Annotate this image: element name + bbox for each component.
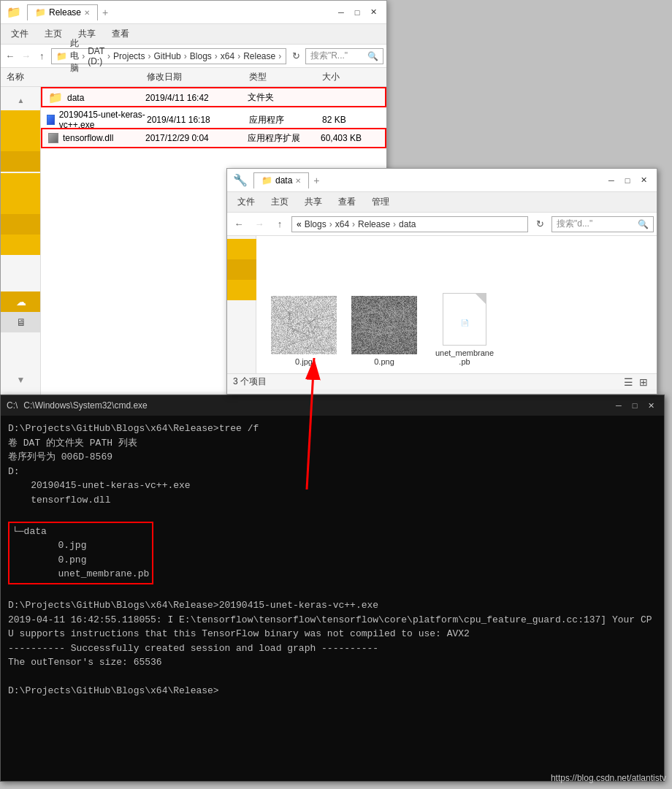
cmd-controls: ─ □ ✕ — [611, 398, 658, 413]
data-content-area: 0.jpg 0.png 📄 unet_membrane.pb — [227, 236, 657, 373]
data-up-btn[interactable]: ↑ — [271, 216, 289, 233]
cmd-maximize-btn[interactable]: □ — [627, 398, 642, 413]
refresh-btn[interactable]: ↻ — [289, 47, 302, 65]
data-path-release[interactable]: Release — [358, 219, 390, 229]
cmd-minimize-btn[interactable]: ─ — [611, 398, 626, 413]
file-thumb-png[interactable]: 0.png — [351, 296, 417, 366]
file-name-cell: 📁 data — [48, 91, 145, 104]
data-addressbar: ← → ↑ « Blogs › x64 › Release › data ↻ 搜… — [227, 213, 657, 236]
data-back-btn[interactable]: ← — [230, 216, 248, 233]
jpg-preview — [271, 296, 337, 354]
table-row[interactable]: 20190415-unet-keras-vc++.exe 2019/4/11 1… — [41, 107, 386, 128]
cmd-close-btn[interactable]: ✕ — [644, 398, 658, 413]
path-projects[interactable]: Projects — [113, 51, 145, 61]
data-search-placeholder: 搜索"d..." — [557, 218, 635, 230]
tab-close-icon[interactable]: ✕ — [84, 9, 90, 17]
address-path[interactable]: 📁 此电脑 › DAT (D:) › Projects › GitHub › B… — [51, 48, 286, 64]
col-date[interactable]: 修改日期 — [147, 71, 249, 83]
path-blogs[interactable]: Blogs — [190, 51, 212, 61]
sidebar-item-4[interactable] — [1, 173, 41, 194]
sidebar-cloud[interactable]: ☁ — [1, 291, 41, 312]
data-menu-manage[interactable]: 管理 — [364, 193, 397, 211]
sidebar-item-5[interactable] — [1, 194, 41, 214]
data-sidebar-item-2[interactable] — [227, 259, 256, 280]
up-btn[interactable]: ↑ — [35, 47, 48, 65]
maximize-btn[interactable]: □ — [350, 5, 364, 20]
path-github[interactable]: GitHub — [153, 51, 180, 61]
path-x64[interactable]: x64 — [221, 51, 234, 61]
file-date: 2019/4/11 16:42 — [145, 93, 248, 103]
sidebar-expand[interactable]: ▲ — [1, 90, 41, 110]
view-grid-btn[interactable]: ⊞ — [636, 376, 651, 388]
tab-folder-icon: 📁 — [35, 7, 46, 18]
release-tab-label: Release — [49, 7, 81, 18]
data-menu-view[interactable]: 查看 — [331, 193, 363, 211]
path-release[interactable]: Release — [243, 51, 275, 61]
path-dat[interactable]: DAT (D:) — [88, 46, 104, 66]
file-thumb-pb[interactable]: 📄 unet_membrane.pb — [432, 293, 497, 366]
sidebar-computer[interactable]: 🖥 — [1, 312, 41, 332]
sidebar-bottom-arrow[interactable]: ▼ — [1, 375, 41, 385]
cmd-line-1: D:\Projects\GitHub\Blogs\x64\Release>tre… — [8, 422, 657, 436]
menu-view[interactable]: 查看 — [104, 25, 137, 43]
forward-btn[interactable]: → — [20, 47, 33, 65]
search-box[interactable]: 搜索"R..." 🔍 — [305, 48, 383, 64]
data-tab-close[interactable]: ✕ — [295, 177, 301, 185]
cmd-line-tensor: The outTensor's size: 65536 — [8, 655, 657, 670]
back-btn[interactable]: ← — [4, 47, 17, 65]
data-files-area: 0.jpg 0.png 📄 unet_membrane.pb — [256, 236, 657, 373]
minimize-btn[interactable]: ─ — [334, 5, 348, 20]
table-row[interactable]: tensorflow.dll 2017/12/29 0:04 应用程序扩展 60… — [41, 128, 386, 148]
data-tab-label: data — [275, 175, 292, 186]
release-titlebar: 📁 📁 Release ✕ + ─ □ ✕ — [1, 1, 386, 24]
data-minimize-btn[interactable]: ─ — [604, 173, 619, 188]
data-close-btn[interactable]: ✕ — [636, 173, 651, 188]
cmd-window: C:\ C:\Windows\System32\cmd.exe ─ □ ✕ D:… — [0, 394, 665, 782]
cmd-line-3: 卷序列号为 006D-8569 — [8, 450, 657, 465]
data-sidebar-strip — [227, 236, 256, 303]
file-date: 2017/12/29 0:04 — [145, 133, 248, 143]
sidebar-item-1[interactable] — [1, 110, 41, 131]
data-path-x64[interactable]: x64 — [335, 219, 349, 229]
data-path-data[interactable]: data — [399, 219, 416, 229]
data-sidebar-item-1[interactable] — [227, 239, 256, 259]
data-search-box[interactable]: 搜索"d..." 🔍 — [551, 216, 654, 232]
data-path-icon: « — [297, 219, 302, 229]
data-menu-home[interactable]: 主页 — [264, 193, 296, 211]
close-btn[interactable]: ✕ — [366, 5, 381, 20]
table-row[interactable]: 📁 data 2019/4/11 16:42 文件夹 — [41, 87, 386, 107]
cmd-line-space — [8, 507, 657, 522]
file-thumb-jpg[interactable]: 0.jpg — [271, 296, 337, 366]
view-list-btn[interactable]: ☰ — [621, 376, 636, 388]
col-type[interactable]: 类型 — [249, 71, 322, 83]
data-path-blogs[interactable]: Blogs — [305, 219, 327, 229]
sidebar-item-3[interactable] — [1, 151, 41, 172]
cmd-line-4: D: — [8, 465, 657, 479]
col-size[interactable]: 大小 — [322, 71, 381, 83]
data-menu-file[interactable]: 文件 — [230, 193, 262, 211]
file-name: 20190415-unet-keras-vc++.exe — [59, 110, 147, 130]
watermark: https://blog.csdn.net/atlantistv — [551, 773, 666, 783]
data-search-icon: 🔍 — [638, 219, 649, 229]
menu-home[interactable]: 主页 — [37, 25, 69, 43]
dll-icon — [48, 133, 58, 143]
data-menu-share[interactable]: 共享 — [297, 193, 329, 211]
sidebar-item-7[interactable] — [1, 235, 41, 255]
sidebar-item-6[interactable] — [1, 214, 41, 235]
cmd-line-tf: 2019-04-11 16:42:55.118055: I E:\tensorf… — [8, 613, 657, 641]
path-computer[interactable]: 此电脑 — [70, 37, 79, 75]
data-refresh-btn[interactable]: ↻ — [531, 216, 549, 233]
new-tab-btn[interactable]: + — [99, 7, 111, 18]
data-tab[interactable]: 📁 data ✕ — [253, 172, 309, 188]
sidebar-item-2[interactable] — [1, 131, 41, 151]
col-name[interactable]: 名称 — [7, 71, 147, 83]
cmd-line-prompt: D:\Projects\GitHub\Blogs\x64\Release> — [8, 684, 657, 698]
menu-file[interactable]: 文件 — [4, 25, 36, 43]
data-sidebar-item-3[interactable] — [227, 280, 256, 300]
release-tab[interactable]: 📁 Release ✕ — [27, 4, 98, 20]
data-maximize-btn[interactable]: □ — [620, 173, 635, 188]
data-forward-btn[interactable]: → — [251, 216, 268, 233]
data-statusbar: 3 个项目 ☰ ⊞ — [227, 373, 657, 389]
data-address-path[interactable]: « Blogs › x64 › Release › data — [291, 216, 528, 232]
data-new-tab-btn[interactable]: + — [310, 175, 322, 186]
